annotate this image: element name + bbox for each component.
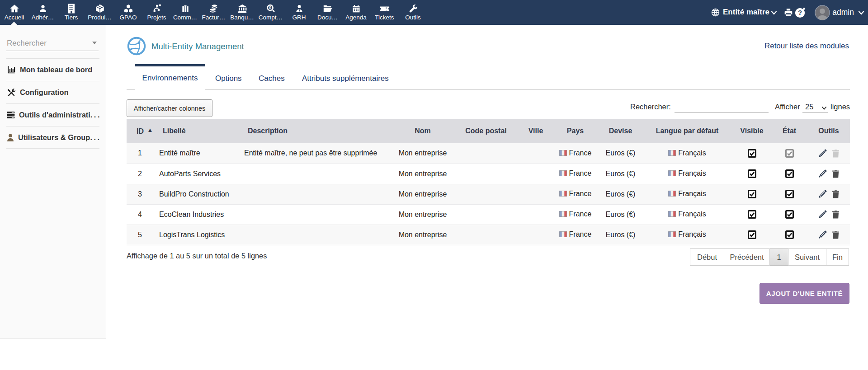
svg-text:$: $ xyxy=(269,6,271,10)
svg-text:?: ? xyxy=(798,9,802,16)
